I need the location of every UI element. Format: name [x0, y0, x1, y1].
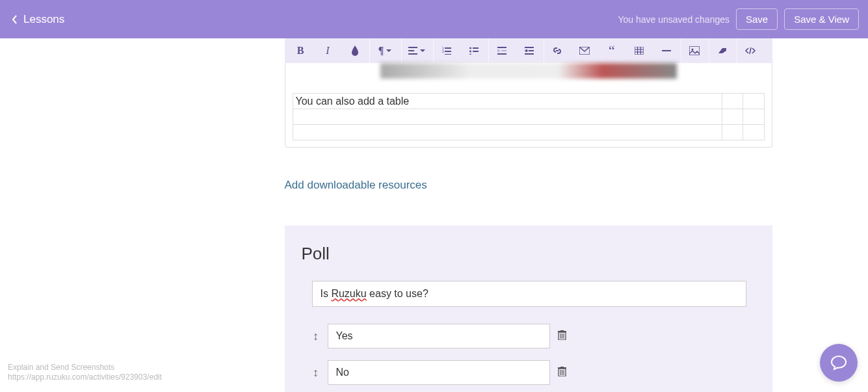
drag-handle-icon[interactable]: ↕ — [311, 366, 321, 380]
svg-rect-18 — [525, 53, 534, 55]
delete-option-button[interactable] — [558, 367, 566, 378]
watermark-line2: https://app.ruzuku.com/activities/923903… — [8, 372, 162, 383]
clear-format-button[interactable] — [709, 38, 737, 63]
table-cell[interactable] — [293, 109, 722, 125]
topbar-actions: You have unsaved changes Save Save & Vie… — [618, 8, 860, 30]
table-cell[interactable] — [743, 109, 764, 125]
table-cell[interactable]: You can also add a table — [293, 94, 722, 109]
footer-watermark: Explain and Send Screenshots https://app… — [8, 363, 162, 383]
svg-rect-4 — [445, 47, 451, 49]
svg-rect-2 — [408, 53, 417, 55]
back-label: Lessons — [23, 13, 64, 26]
svg-rect-30 — [560, 330, 564, 332]
svg-point-10 — [469, 51, 471, 53]
svg-rect-11 — [473, 51, 479, 52]
poll-question-input[interactable]: Is Ruzuku easy to use? — [312, 281, 746, 307]
caret-down-icon — [420, 49, 425, 52]
poll-option-input[interactable] — [328, 324, 550, 348]
ordered-list-button[interactable]: 12 — [434, 38, 461, 63]
watermark-line1: Explain and Send Screenshots — [8, 363, 162, 373]
back-to-lessons[interactable]: Lessons — [9, 13, 64, 26]
poll-question-text-suffix: easy to use? — [367, 288, 428, 299]
svg-rect-6 — [445, 51, 451, 52]
editor-table[interactable]: You can also add a table — [293, 93, 765, 140]
svg-rect-16 — [525, 47, 534, 48]
indent-button[interactable] — [516, 38, 544, 63]
unordered-list-button[interactable] — [461, 38, 488, 63]
editor-toolbar: B I ¶ 12 — [285, 38, 772, 63]
image-button[interactable] — [681, 38, 709, 63]
svg-rect-15 — [497, 53, 506, 55]
horizontal-rule-button[interactable] — [653, 38, 681, 63]
table-cell[interactable] — [743, 125, 764, 140]
svg-rect-26 — [689, 46, 700, 55]
table-cell[interactable] — [293, 125, 722, 140]
table-row[interactable] — [293, 109, 764, 125]
poll-question-text-underlined: Ruzuku — [331, 288, 366, 299]
poll-option-row: ↕ — [311, 324, 759, 348]
drag-handle-icon[interactable]: ↕ — [311, 330, 321, 343]
svg-rect-13 — [497, 47, 506, 48]
table-cell[interactable] — [743, 94, 764, 109]
color-button[interactable] — [342, 38, 369, 63]
poll-option-row: ↕ — [311, 360, 759, 385]
italic-button[interactable]: I — [315, 38, 342, 63]
bold-button[interactable]: B — [287, 38, 315, 63]
delete-option-button[interactable] — [558, 330, 566, 342]
unsaved-changes-text: You have unsaved changes — [618, 14, 730, 25]
svg-rect-14 — [501, 50, 506, 51]
table-cell[interactable] — [722, 94, 743, 109]
chat-icon — [830, 354, 847, 371]
email-button[interactable] — [572, 38, 599, 63]
poll-card: Poll Is Ruzuku easy to use? ↕ ↕ — [285, 226, 772, 392]
poll-option-input[interactable] — [328, 360, 550, 385]
poll-title: Poll — [302, 244, 759, 264]
svg-rect-17 — [529, 50, 534, 51]
svg-rect-36 — [560, 367, 564, 368]
svg-rect-25 — [662, 50, 671, 51]
svg-rect-0 — [408, 47, 417, 48]
svg-rect-7 — [445, 54, 451, 55]
svg-point-12 — [469, 54, 471, 55]
table-button[interactable] — [626, 38, 653, 63]
table-row[interactable] — [293, 125, 764, 140]
align-button[interactable] — [402, 38, 433, 63]
svg-rect-20 — [635, 47, 644, 55]
svg-rect-9 — [473, 47, 479, 49]
save-button[interactable]: Save — [736, 8, 778, 30]
paragraph-format-button[interactable]: ¶ — [370, 38, 401, 63]
save-and-view-button[interactable]: Save & View — [784, 8, 859, 30]
table-cell[interactable] — [722, 109, 743, 125]
outdent-button[interactable] — [489, 38, 516, 63]
editor-body[interactable]: You can also add a table — [285, 63, 772, 148]
chat-fab-button[interactable] — [820, 344, 858, 382]
table-cell[interactable] — [722, 125, 743, 140]
svg-text:2: 2 — [442, 49, 444, 53]
caret-down-icon — [386, 49, 391, 52]
table-row[interactable]: You can also add a table — [293, 94, 764, 109]
code-view-button[interactable] — [737, 38, 765, 63]
add-downloadable-resources-link[interactable]: Add downloadable resources — [285, 179, 772, 192]
svg-rect-1 — [408, 50, 414, 51]
chevron-left-icon — [9, 14, 21, 25]
editor-image[interactable] — [380, 63, 677, 79]
svg-point-8 — [469, 47, 471, 49]
link-button[interactable] — [544, 38, 572, 63]
topbar: Lessons You have unsaved changes Save Sa… — [0, 0, 868, 38]
quote-button[interactable]: “ — [599, 38, 626, 63]
poll-question-text-prefix: Is — [321, 288, 332, 299]
